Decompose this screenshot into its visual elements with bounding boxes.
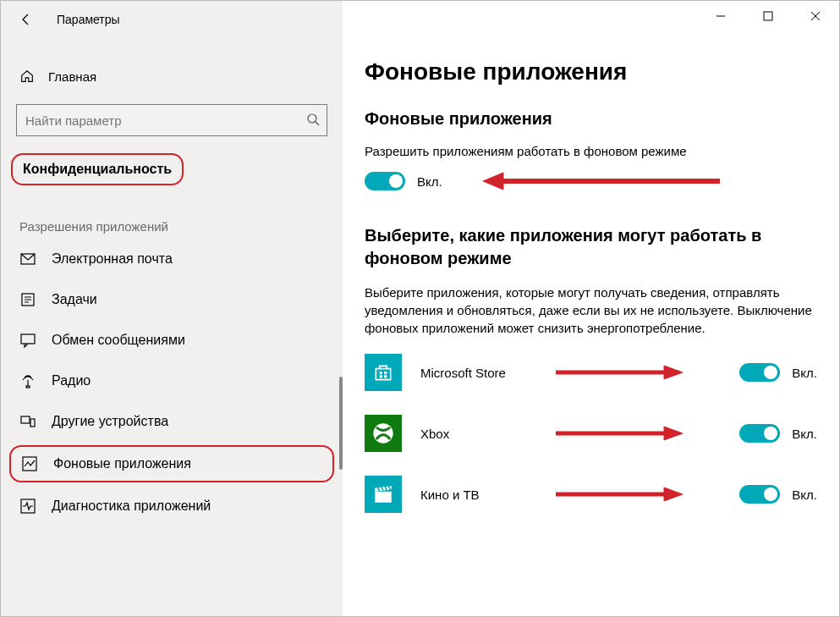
sidebar-item-label: Диагностика приложений xyxy=(52,499,211,514)
window-close-button[interactable] xyxy=(792,1,839,31)
movies-icon xyxy=(365,476,402,513)
svg-point-22 xyxy=(373,423,393,443)
section-choose-apps-title: Выберите, какие приложения могут работат… xyxy=(365,224,817,270)
svg-marker-21 xyxy=(664,366,683,379)
app-name: Xbox xyxy=(420,427,556,441)
svg-rect-25 xyxy=(375,492,392,503)
sidebar-subheading: Разрешения приложений xyxy=(19,219,343,234)
svg-rect-6 xyxy=(21,416,30,423)
app-toggle-store[interactable] xyxy=(739,363,780,382)
back-button[interactable] xyxy=(11,4,41,35)
sidebar-item-diagnostics[interactable]: Диагностика приложений xyxy=(1,486,343,526)
tasks-icon xyxy=(19,291,36,308)
search-icon xyxy=(306,113,320,129)
app-toggle-state: Вкл. xyxy=(792,366,817,380)
sidebar-item-email[interactable]: Электронная почта xyxy=(1,239,343,279)
home-icon xyxy=(19,69,35,84)
app-row-movies: Кино и ТВ Вкл. xyxy=(365,476,817,513)
master-toggle-desc: Разрешить приложениям работать в фоновом… xyxy=(365,142,813,160)
sidebar-item-background-apps[interactable]: Фоновые приложения xyxy=(9,445,334,482)
sidebar-item-label: Электронная почта xyxy=(52,251,173,267)
section-bg-apps-title: Фоновые приложения xyxy=(365,109,817,129)
minimize-icon xyxy=(716,11,726,21)
svg-line-1 xyxy=(316,122,319,125)
page-title: Фоновые приложения xyxy=(365,58,817,85)
annotation-arrow-icon xyxy=(483,168,720,194)
mail-icon xyxy=(19,251,36,267)
annotation-arrow-icon xyxy=(556,423,683,443)
app-toggle-xbox[interactable] xyxy=(739,424,780,443)
sidebar-item-tasks[interactable]: Задачи xyxy=(1,279,343,320)
sidebar-item-radio[interactable]: Радио xyxy=(1,361,343,401)
category-privacy[interactable]: Конфиденциальность xyxy=(11,153,184,185)
sidebar-item-label: Задачи xyxy=(52,292,97,307)
sidebar-item-label: Обмен сообщениями xyxy=(52,333,185,348)
sidebar-item-messaging[interactable]: Обмен сообщениями xyxy=(1,320,343,361)
devices-icon xyxy=(19,413,36,430)
radio-icon xyxy=(19,372,36,389)
sidebar-item-label: Другие устройства xyxy=(52,414,168,429)
chat-icon xyxy=(19,332,36,349)
diagnostics-icon xyxy=(19,498,36,515)
app-toggle-state: Вкл. xyxy=(792,488,817,502)
svg-marker-27 xyxy=(664,488,683,501)
maximize-icon xyxy=(763,11,773,21)
sidebar-item-other-devices[interactable]: Другие устройства xyxy=(1,401,343,442)
store-icon xyxy=(365,354,402,391)
sidebar-item-label: Фоновые приложения xyxy=(53,456,191,471)
svg-point-0 xyxy=(308,114,316,123)
svg-rect-7 xyxy=(30,419,35,427)
svg-rect-17 xyxy=(384,372,387,374)
app-name: Microsoft Store xyxy=(420,366,556,380)
xbox-icon xyxy=(365,415,402,452)
nav-home[interactable]: Главная xyxy=(1,60,343,92)
svg-marker-15 xyxy=(483,173,503,190)
arrow-left-icon xyxy=(19,13,33,26)
master-toggle[interactable] xyxy=(365,172,405,190)
svg-rect-5 xyxy=(26,386,30,388)
app-row-xbox: Xbox Вкл. xyxy=(365,415,817,452)
app-toggle-movies[interactable] xyxy=(739,485,780,504)
svg-rect-11 xyxy=(764,12,772,20)
annotation-arrow-icon xyxy=(556,484,683,504)
window-minimize-button[interactable] xyxy=(697,1,744,31)
svg-rect-16 xyxy=(380,372,382,374)
search-input[interactable] xyxy=(25,113,306,128)
master-toggle-state: Вкл. xyxy=(417,174,442,189)
sidebar: Параметры Главная Конфиденциальность Раз… xyxy=(1,1,343,616)
svg-marker-24 xyxy=(664,427,683,440)
svg-rect-19 xyxy=(384,375,387,377)
window-maximize-button[interactable] xyxy=(744,1,792,31)
background-icon xyxy=(21,455,38,472)
app-row-store: Microsoft Store Вкл. xyxy=(365,354,817,391)
svg-rect-4 xyxy=(21,334,35,344)
close-icon xyxy=(810,11,821,21)
section-choose-apps-desc: Выберите приложения, которые могут получ… xyxy=(365,284,813,337)
nav-home-label: Главная xyxy=(48,69,96,84)
svg-rect-18 xyxy=(380,375,382,377)
app-toggle-state: Вкл. xyxy=(792,427,817,441)
window-title: Параметры xyxy=(57,13,120,26)
app-name: Кино и ТВ xyxy=(420,488,556,502)
annotation-arrow-icon xyxy=(556,362,683,383)
search-input-wrap[interactable] xyxy=(16,104,327,136)
sidebar-item-label: Радио xyxy=(52,373,91,388)
main-content: Фоновые приложения Фоновые приложения Ра… xyxy=(343,1,839,616)
